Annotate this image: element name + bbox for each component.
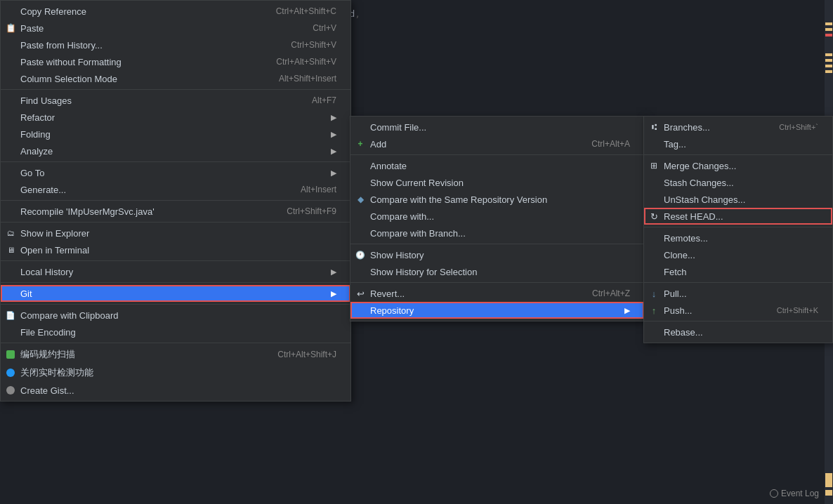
separator	[350, 244, 644, 244]
clone-item[interactable]: Clone...	[644, 246, 832, 263]
merge-changes-item[interactable]: ⊞ Merge Changes...	[644, 157, 832, 174]
separator	[1, 161, 350, 162]
separator	[1, 282, 350, 283]
create-gist-item[interactable]: Create Gist...	[1, 382, 350, 399]
scrollbar-marker	[825, 65, 832, 67]
compare-with-item[interactable]: Compare with...	[350, 208, 644, 225]
reset-icon: ↻	[648, 211, 660, 222]
separator	[644, 282, 832, 283]
paste-history-item[interactable]: Paste from History... Ctrl+Shift+V	[1, 37, 350, 53]
submenu-arrow: ▶	[324, 289, 336, 298]
scrollbar-marker	[825, 59, 832, 62]
submenu-arrow: ▶	[324, 130, 336, 139]
compare-branch-item[interactable]: Compare with Branch...	[350, 225, 644, 241]
separator	[644, 154, 832, 155]
scrollbar-marker	[825, 34, 832, 37]
separator	[1, 343, 350, 343]
scrollbar-marker	[825, 22, 832, 25]
event-log[interactable]: Event Log	[770, 489, 819, 498]
reset-head-item[interactable]: ↻ Reset HEAD...	[644, 208, 832, 225]
file-encoding-item[interactable]: File Encoding	[1, 324, 350, 340]
history-icon: 🕐	[355, 249, 366, 260]
git-item[interactable]: Git ▶	[1, 285, 350, 302]
code-check-item[interactable]: 编码规约扫描 Ctrl+Alt+Shift+J	[1, 345, 350, 364]
main-context-menu: Copy Reference Ctrl+Alt+Shift+C 📋 Paste …	[0, 0, 351, 402]
merge-icon: ⊞	[648, 160, 660, 171]
submenu-arrow: ▶	[324, 168, 336, 178]
local-history-item[interactable]: Local History ▶	[1, 263, 350, 280]
separator	[644, 321, 832, 321]
show-revision-item[interactable]: Show Current Revision	[350, 174, 644, 191]
unstash-item[interactable]: UnStash Changes...	[644, 191, 832, 208]
add-icon: +	[355, 138, 366, 150]
folding-item[interactable]: Folding ▶	[1, 126, 350, 142]
separator	[1, 222, 350, 223]
event-log-icon	[770, 489, 778, 498]
rebase-item[interactable]: Rebase...	[644, 324, 832, 340]
column-mode-item[interactable]: Column Selection Mode Alt+Shift+Insert	[1, 70, 350, 87]
paste-icon: 📋	[5, 22, 16, 34]
scrollbar-marker	[825, 28, 832, 31]
refactor-item[interactable]: Refactor ▶	[1, 109, 350, 126]
show-explorer-item[interactable]: 🗂 Show in Explorer	[1, 225, 350, 241]
push-item[interactable]: ↑ Push... Ctrl+Shift+K	[644, 302, 832, 319]
stash-item[interactable]: Stash Changes...	[644, 174, 832, 191]
scrollbar-thumb[interactable]	[825, 473, 832, 487]
show-history-sel-item[interactable]: Show History for Selection	[350, 263, 644, 280]
submenu-arrow: ▶	[324, 147, 336, 156]
show-history-item[interactable]: 🕐 Show History	[350, 246, 644, 263]
fetch-item[interactable]: Fetch	[644, 263, 832, 280]
revert-icon: ↩	[355, 288, 366, 299]
revert-item[interactable]: ↩ Revert... Ctrl+Alt+Z	[350, 285, 644, 302]
separator	[350, 282, 644, 283]
repository-item[interactable]: Repository ▶	[350, 302, 644, 319]
repository-submenu: ⑆ Branches... Ctrl+Shift+` Tag... ⊞ Merg…	[643, 116, 833, 343]
paste-item[interactable]: 📋 Paste Ctrl+V	[1, 20, 350, 37]
git-submenu: Commit File... + Add Ctrl+Alt+A Annotate…	[350, 116, 645, 321]
annotate-item[interactable]: Annotate	[350, 157, 644, 174]
terminal-icon: 🖥	[5, 244, 16, 256]
pull-item[interactable]: ↓ Pull...	[644, 285, 832, 302]
submenu-arrow: ▶	[617, 306, 630, 315]
commit-file-item[interactable]: Commit File...	[350, 119, 644, 135]
close-realtime-icon	[5, 367, 16, 378]
scrollbar-marker-bottom	[825, 490, 832, 496]
explorer-icon: 🗂	[5, 227, 16, 239]
compare-clipboard-item[interactable]: 📄 Compare with Clipboard	[1, 307, 350, 324]
copy-reference-item[interactable]: Copy Reference Ctrl+Alt+Shift+C	[1, 3, 350, 20]
compare-same-repo-item[interactable]: ◆ Compare with the Same Repository Versi…	[350, 191, 644, 208]
generate-item[interactable]: Generate... Alt+Insert	[1, 181, 350, 198]
compare-repo-icon: ◆	[355, 194, 366, 205]
submenu-arrow: ▶	[324, 113, 336, 122]
tag-item[interactable]: Tag...	[644, 135, 832, 152]
separator	[1, 200, 350, 201]
open-terminal-item[interactable]: 🖥 Open in Terminal	[1, 241, 350, 258]
compare-icon: 📄	[5, 310, 16, 321]
branches-item[interactable]: ⑆ Branches... Ctrl+Shift+`	[644, 119, 832, 135]
separator	[1, 304, 350, 305]
add-item[interactable]: + Add Ctrl+Alt+A	[350, 135, 644, 152]
go-to-item[interactable]: Go To ▶	[1, 164, 350, 181]
recompile-item[interactable]: Recompile 'IMpUserMgrSvc.java' Ctrl+Shif…	[1, 203, 350, 220]
remotes-item[interactable]: Remotes...	[644, 230, 832, 246]
code-check-icon	[5, 349, 16, 360]
close-realtime-item[interactable]: 关闭实时检测功能	[1, 364, 350, 382]
branches-icon: ⑆	[648, 121, 660, 133]
analyze-item[interactable]: Analyze ▶	[1, 142, 350, 159]
separator	[350, 154, 644, 155]
find-usages-item[interactable]: Find Usages Alt+F7	[1, 92, 350, 109]
paste-no-format-item[interactable]: Paste without Formatting Ctrl+Alt+Shift+…	[1, 53, 350, 70]
scrollbar-marker	[825, 53, 832, 56]
separator	[1, 89, 350, 90]
separator	[644, 227, 832, 227]
pull-icon: ↓	[648, 288, 660, 299]
separator	[1, 260, 350, 261]
submenu-arrow: ▶	[324, 267, 336, 277]
push-icon: ↑	[648, 305, 660, 316]
scrollbar-marker	[825, 70, 832, 73]
gist-icon	[5, 385, 16, 396]
